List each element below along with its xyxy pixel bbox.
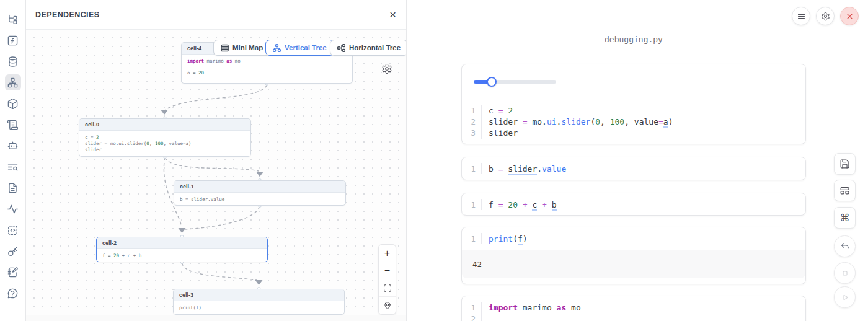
cell-output-area xyxy=(462,64,805,99)
cell-code-editor[interactable]: 1f = 20 + c + b xyxy=(462,193,805,216)
vertical-tree-button[interactable]: Vertical Tree xyxy=(265,40,334,56)
close-icon xyxy=(845,12,854,21)
zoom-in-button[interactable]: + xyxy=(379,245,396,262)
command-palette-button[interactable]: ⌘ xyxy=(834,207,856,229)
activity-sidebar xyxy=(0,0,26,321)
cell-code-editor[interactable]: 1b = slider.value xyxy=(462,157,805,180)
run-button[interactable] xyxy=(834,286,856,308)
chat-bot-icon[interactable] xyxy=(5,138,21,154)
notebook-cell-f[interactable]: 1f = 20 + c + b xyxy=(461,193,806,216)
play-icon xyxy=(840,292,850,302)
graph-node-cell-2[interactable]: cell-2 f = 20 + c + b xyxy=(96,237,268,262)
minimap-label: Mini Map xyxy=(232,44,263,51)
node-title: cell-3 xyxy=(174,289,344,301)
notebook-cell-import[interactable]: 1import marimo as mo2 xyxy=(461,296,806,321)
vertical-tree-label: Vertical Tree xyxy=(285,44,327,51)
dependency-graph-canvas[interactable]: cell-4 import marimo as moa = 20 cell-0 … xyxy=(26,30,406,315)
graph-node-cell-3[interactable]: cell-3 print(f) xyxy=(173,289,345,315)
node-code: b = slider.value xyxy=(174,193,345,206)
node-code: f = 20 + c + b xyxy=(97,249,267,262)
graph-settings-button[interactable] xyxy=(379,61,394,76)
panel-title: DEPENDENCIES xyxy=(35,11,99,19)
activity-icon[interactable] xyxy=(5,201,21,217)
layout-icon xyxy=(839,185,850,196)
document-icon[interactable] xyxy=(5,180,21,196)
snippets-icon[interactable] xyxy=(5,222,21,238)
node-code: c = 2slider = mo.ui.slider(0, 100, value… xyxy=(79,131,250,157)
cell-code-editor[interactable]: 1c = 22slider = mo.ui.slider(0, 100, val… xyxy=(462,99,805,144)
cell-code-editor[interactable]: 1import marimo as mo2 xyxy=(462,296,805,321)
notebook-menu-button[interactable] xyxy=(792,7,810,25)
function-icon[interactable] xyxy=(5,32,21,48)
gear-icon xyxy=(381,63,392,74)
minimap-icon xyxy=(221,44,229,52)
console-output: 42 xyxy=(462,250,805,278)
node-title: cell-1 xyxy=(174,181,345,193)
menu-icon xyxy=(797,12,806,21)
command-icon: ⌘ xyxy=(840,213,850,223)
help-icon[interactable] xyxy=(5,285,21,301)
horizontal-tree-icon xyxy=(337,44,345,52)
node-title: cell-0 xyxy=(79,119,250,131)
file-tree-icon[interactable] xyxy=(5,11,21,27)
minimap-button[interactable]: Mini Map xyxy=(213,40,270,56)
stop-button[interactable] xyxy=(834,262,856,284)
logs-icon[interactable] xyxy=(5,117,21,133)
fit-view-icon xyxy=(383,284,392,292)
notebook-cell-b[interactable]: 1b = slider.value xyxy=(461,157,806,180)
zoom-out-button[interactable]: − xyxy=(379,262,396,279)
dependency-graph-icon[interactable] xyxy=(5,74,21,90)
fit-view-button[interactable] xyxy=(379,279,396,297)
vertical-tree-icon xyxy=(273,44,281,52)
database-icon[interactable] xyxy=(5,53,21,69)
secrets-key-icon[interactable] xyxy=(5,243,21,259)
package-icon[interactable] xyxy=(5,95,21,112)
node-code: print(f) xyxy=(174,301,344,315)
save-icon xyxy=(839,159,850,169)
dependencies-panel: DEPENDENCIES × xyxy=(26,0,407,321)
notebook-filename[interactable]: debugging.py xyxy=(461,35,806,44)
slider-thumb[interactable] xyxy=(487,77,497,87)
stop-icon xyxy=(840,268,850,278)
notebook-cell-slider[interactable]: 1c = 22slider = mo.ui.slider(0, 100, val… xyxy=(461,64,806,144)
cell-code-editor[interactable]: 1print(f) xyxy=(462,227,805,250)
notebook-area: debugging.py 1c = 22slider = mo.ui.slide… xyxy=(407,0,868,321)
undo-icon xyxy=(840,242,850,252)
layout-button[interactable] xyxy=(834,180,856,201)
undo-button[interactable] xyxy=(834,235,856,257)
notebook-cell-print[interactable]: 1print(f) 42 xyxy=(461,227,806,284)
horizontal-tree-button[interactable]: Horizontal Tree xyxy=(330,40,406,56)
map-pin-icon xyxy=(383,301,392,310)
node-title: cell-2 xyxy=(97,237,267,249)
notebook-settings-button[interactable] xyxy=(816,7,835,25)
dependencies-panel-header: DEPENDENCIES × xyxy=(26,0,406,30)
horizontal-tree-label: Horizontal Tree xyxy=(349,44,401,51)
zoom-controls: + − xyxy=(378,244,396,315)
slider-widget[interactable] xyxy=(474,77,556,87)
save-button[interactable] xyxy=(834,153,856,175)
shutdown-button[interactable] xyxy=(840,7,859,25)
graph-node-cell-0[interactable]: cell-0 c = 2slider = mo.ui.slider(0, 100… xyxy=(79,118,251,157)
center-selection-button[interactable] xyxy=(379,297,396,314)
close-panel-icon[interactable]: × xyxy=(389,9,396,20)
graph-node-cell-1[interactable]: cell-1 b = slider.value xyxy=(174,180,346,206)
panel-footer-strip xyxy=(26,315,406,321)
text-search-icon[interactable] xyxy=(5,159,21,175)
gear-icon xyxy=(821,12,830,21)
node-code: import marimo as moa = 20 xyxy=(182,55,352,80)
scratchpad-icon[interactable] xyxy=(5,264,21,280)
